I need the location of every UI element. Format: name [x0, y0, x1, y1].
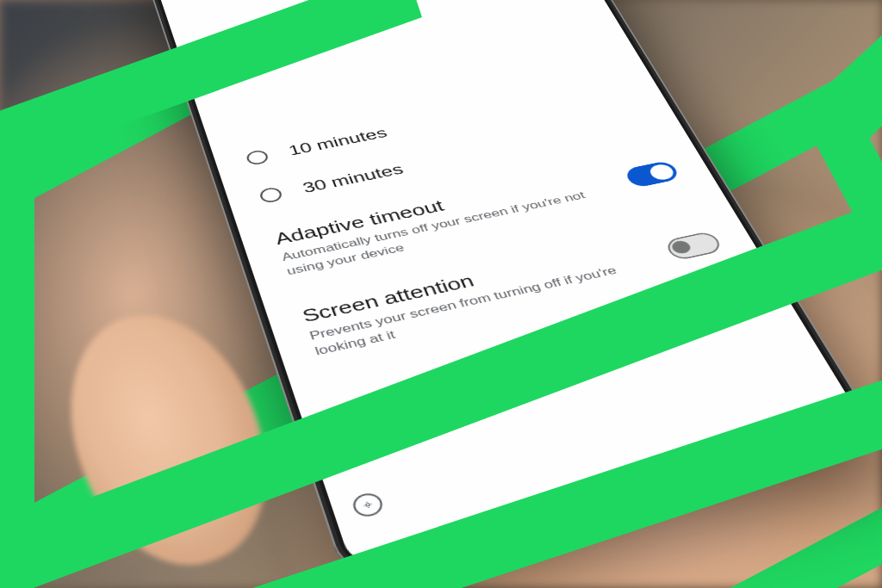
hand-thumb-overlay [35, 286, 300, 588]
toggle-knob-icon [669, 238, 693, 254]
radio-label: 30 minutes [301, 161, 406, 196]
toggle-adaptive-timeout[interactable] [623, 159, 680, 188]
toggle-screen-attention[interactable] [663, 230, 724, 261]
radio-unchecked-icon [245, 149, 270, 166]
svg-point-1 [365, 503, 370, 506]
radio-unchecked-icon [258, 186, 284, 204]
radio-label: 10 minutes [286, 125, 389, 158]
phone-frame: 10 minutes 30 minutes Adaptive timeout A… [132, 0, 882, 581]
phone-screen: 10 minutes 30 minutes Adaptive timeout A… [140, 0, 876, 570]
toggle-knob-icon [647, 163, 676, 182]
